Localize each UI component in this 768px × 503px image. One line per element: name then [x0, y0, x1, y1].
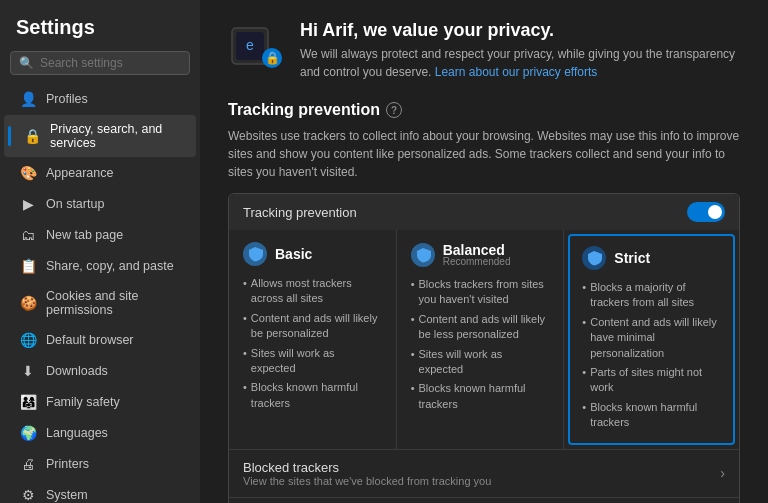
sidebar-item-downloads[interactable]: ⬇Downloads: [4, 356, 196, 386]
track-card-balanced[interactable]: BalancedRecommendedBlocks trackers from …: [397, 230, 565, 449]
main-content: 🔒 e Hi Arif, we value your privacy. We w…: [200, 0, 768, 503]
sidebar-item-startup[interactable]: ▶On startup: [4, 189, 196, 219]
nav-icon-profiles: 👤: [20, 91, 36, 107]
nav-icon-downloads: ⬇: [20, 363, 36, 379]
blocked-trackers-row[interactable]: Blocked trackers View the sites that we'…: [229, 449, 739, 497]
nav-list: 👤Profiles🔒Privacy, search, and services🎨…: [0, 83, 200, 503]
blocked-trackers-title: Blocked trackers: [243, 460, 491, 475]
track-card-basic[interactable]: BasicAllows most trackers across all sit…: [229, 230, 397, 449]
nav-icon-system: ⚙: [20, 487, 36, 503]
track-card-strict[interactable]: StrictBlocks a majority of trackers from…: [568, 234, 735, 445]
nav-label-startup: On startup: [46, 197, 104, 211]
nav-icon-appearance: 🎨: [20, 165, 36, 181]
sidebar-item-newtab[interactable]: 🗂New tab page: [4, 220, 196, 250]
sidebar-item-share[interactable]: 📋Share, copy, and paste: [4, 251, 196, 281]
nav-label-family: Family safety: [46, 395, 120, 409]
nav-label-languages: Languages: [46, 426, 108, 440]
card-bullet-basic: Content and ads will likely be personali…: [243, 309, 382, 344]
info-icon[interactable]: ?: [386, 102, 402, 118]
tracking-toggle[interactable]: [687, 202, 725, 222]
blocked-trackers-sub: View the sites that we've blocked from t…: [243, 475, 491, 487]
card-bullet-strict: Blocks a majority of trackers from all s…: [582, 278, 721, 313]
sidebar-item-default[interactable]: 🌐Default browser: [4, 325, 196, 355]
card-icon-basic: [243, 242, 267, 266]
search-input[interactable]: [40, 56, 181, 70]
card-subtitle-balanced: Recommended: [443, 256, 511, 267]
sidebar-title: Settings: [0, 0, 200, 47]
nav-icon-printers: 🖨: [20, 456, 36, 472]
card-bullet-strict: Parts of sites might not work: [582, 363, 721, 398]
tracking-header-label: Tracking prevention: [243, 205, 357, 220]
search-icon: 🔍: [19, 56, 34, 70]
card-bullet-balanced: Content and ads will likely be less pers…: [411, 310, 550, 345]
banner-heading: Hi Arif, we value your privacy.: [300, 20, 740, 41]
card-title-strict: Strict: [614, 250, 650, 266]
card-bullet-balanced: Sites will work as expected: [411, 345, 550, 380]
privacy-banner-text: Hi Arif, we value your privacy. We will …: [300, 20, 740, 81]
nav-label-cookies: Cookies and site permissions: [46, 289, 180, 317]
banner-desc: We will always protect and respect your …: [300, 45, 740, 81]
sidebar-item-system[interactable]: ⚙System: [4, 480, 196, 503]
card-bullet-basic: Sites will work as expected: [243, 344, 382, 379]
nav-icon-share: 📋: [20, 258, 36, 274]
privacy-efforts-link[interactable]: Learn about our privacy efforts: [435, 65, 598, 79]
sidebar-item-appearance[interactable]: 🎨Appearance: [4, 158, 196, 188]
nav-label-privacy: Privacy, search, and services: [50, 122, 180, 150]
sidebar-item-family[interactable]: 👨‍👩‍👧Family safety: [4, 387, 196, 417]
nav-label-printers: Printers: [46, 457, 89, 471]
privacy-icon: 🔒 e: [228, 20, 284, 76]
tracking-cards: BasicAllows most trackers across all sit…: [229, 230, 739, 449]
nav-label-default: Default browser: [46, 333, 134, 347]
nav-icon-family: 👨‍👩‍👧: [20, 394, 36, 410]
search-box[interactable]: 🔍: [10, 51, 190, 75]
nav-icon-privacy: 🔒: [24, 128, 40, 144]
card-bullet-basic: Blocks known harmful trackers: [243, 378, 382, 413]
card-icon-balanced: [411, 243, 435, 267]
nav-label-system: System: [46, 488, 88, 502]
nav-icon-cookies: 🍪: [20, 295, 36, 311]
card-icon-strict: [582, 246, 606, 270]
nav-label-profiles: Profiles: [46, 92, 88, 106]
exceptions-row[interactable]: Exceptions Allow all trackers on sites y…: [229, 497, 739, 503]
card-bullet-balanced: Blocks known harmful trackers: [411, 379, 550, 414]
nav-label-share: Share, copy, and paste: [46, 259, 174, 273]
sidebar-item-languages[interactable]: 🌍Languages: [4, 418, 196, 448]
sidebar-item-profiles[interactable]: 👤Profiles: [4, 84, 196, 114]
sidebar-item-cookies[interactable]: 🍪Cookies and site permissions: [4, 282, 196, 324]
sidebar: Settings 🔍 👤Profiles🔒Privacy, search, an…: [0, 0, 200, 503]
nav-icon-default: 🌐: [20, 332, 36, 348]
sidebar-item-printers[interactable]: 🖨Printers: [4, 449, 196, 479]
nav-label-appearance: Appearance: [46, 166, 113, 180]
card-bullet-strict: Blocks known harmful trackers: [582, 398, 721, 433]
card-title-basic: Basic: [275, 246, 312, 262]
nav-icon-newtab: 🗂: [20, 227, 36, 243]
nav-label-downloads: Downloads: [46, 364, 108, 378]
svg-text:e: e: [246, 37, 254, 53]
card-bullet-balanced: Blocks trackers from sites you haven't v…: [411, 275, 550, 310]
svg-text:🔒: 🔒: [265, 50, 280, 65]
tracking-section-desc: Websites use trackers to collect info ab…: [228, 127, 740, 181]
sidebar-item-privacy[interactable]: 🔒Privacy, search, and services: [4, 115, 196, 157]
tracking-box: Tracking prevention BasicAllows most tra…: [228, 193, 740, 503]
tracking-section-title: Tracking prevention ?: [228, 101, 740, 119]
card-bullet-strict: Content and ads will likely have minimal…: [582, 313, 721, 363]
nav-label-newtab: New tab page: [46, 228, 123, 242]
nav-icon-startup: ▶: [20, 196, 36, 212]
privacy-banner: 🔒 e Hi Arif, we value your privacy. We w…: [228, 20, 740, 81]
tracking-header: Tracking prevention: [229, 194, 739, 230]
card-bullet-basic: Allows most trackers across all sites: [243, 274, 382, 309]
nav-icon-languages: 🌍: [20, 425, 36, 441]
blocked-trackers-chevron: ›: [720, 465, 725, 481]
